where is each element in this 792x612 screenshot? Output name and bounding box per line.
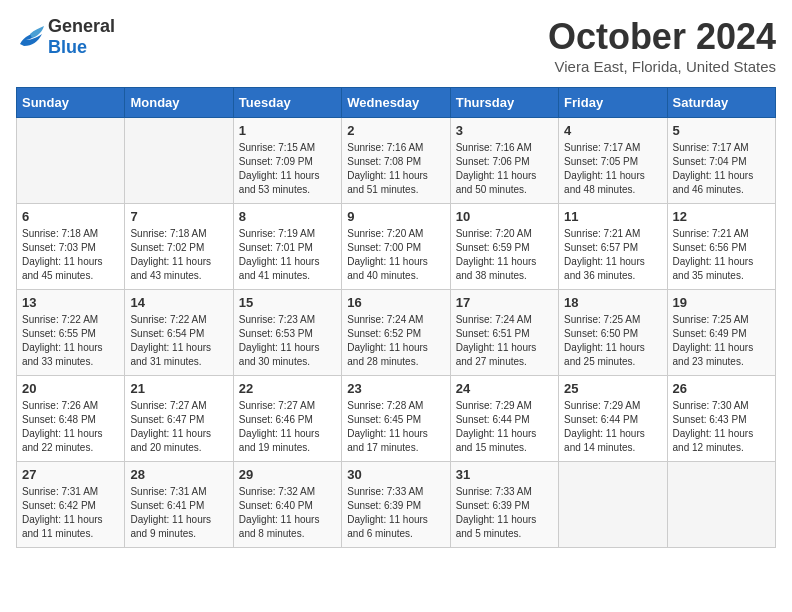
sunrise-text: Sunrise: 7:26 AM (22, 399, 119, 413)
sunrise-text: Sunrise: 7:25 AM (564, 313, 661, 327)
day-number: 2 (347, 123, 444, 138)
calendar-cell: 15Sunrise: 7:23 AMSunset: 6:53 PMDayligh… (233, 290, 341, 376)
sunrise-text: Sunrise: 7:33 AM (347, 485, 444, 499)
daylight-text: Daylight: 11 hours and 36 minutes. (564, 255, 661, 283)
sunset-text: Sunset: 6:46 PM (239, 413, 336, 427)
day-number: 29 (239, 467, 336, 482)
cell-info: Sunrise: 7:18 AMSunset: 7:03 PMDaylight:… (22, 227, 119, 283)
sunrise-text: Sunrise: 7:28 AM (347, 399, 444, 413)
calendar-cell: 1Sunrise: 7:15 AMSunset: 7:09 PMDaylight… (233, 118, 341, 204)
cell-info: Sunrise: 7:33 AMSunset: 6:39 PMDaylight:… (347, 485, 444, 541)
calendar-cell: 10Sunrise: 7:20 AMSunset: 6:59 PMDayligh… (450, 204, 558, 290)
sunrise-text: Sunrise: 7:31 AM (130, 485, 227, 499)
header-thursday: Thursday (450, 88, 558, 118)
sunrise-text: Sunrise: 7:18 AM (22, 227, 119, 241)
sunrise-text: Sunrise: 7:22 AM (130, 313, 227, 327)
day-number: 22 (239, 381, 336, 396)
day-number: 19 (673, 295, 770, 310)
daylight-text: Daylight: 11 hours and 27 minutes. (456, 341, 553, 369)
calendar-cell: 18Sunrise: 7:25 AMSunset: 6:50 PMDayligh… (559, 290, 667, 376)
cell-info: Sunrise: 7:16 AMSunset: 7:06 PMDaylight:… (456, 141, 553, 197)
daylight-text: Daylight: 11 hours and 8 minutes. (239, 513, 336, 541)
sunrise-text: Sunrise: 7:33 AM (456, 485, 553, 499)
daylight-text: Daylight: 11 hours and 48 minutes. (564, 169, 661, 197)
calendar-cell: 3Sunrise: 7:16 AMSunset: 7:06 PMDaylight… (450, 118, 558, 204)
cell-info: Sunrise: 7:20 AMSunset: 6:59 PMDaylight:… (456, 227, 553, 283)
calendar-cell: 7Sunrise: 7:18 AMSunset: 7:02 PMDaylight… (125, 204, 233, 290)
cell-info: Sunrise: 7:25 AMSunset: 6:50 PMDaylight:… (564, 313, 661, 369)
logo: General Blue (16, 16, 115, 58)
calendar-cell: 14Sunrise: 7:22 AMSunset: 6:54 PMDayligh… (125, 290, 233, 376)
sunrise-text: Sunrise: 7:32 AM (239, 485, 336, 499)
sunrise-text: Sunrise: 7:16 AM (347, 141, 444, 155)
sunset-text: Sunset: 6:53 PM (239, 327, 336, 341)
logo-icon (16, 26, 44, 48)
day-number: 27 (22, 467, 119, 482)
header-friday: Friday (559, 88, 667, 118)
cell-info: Sunrise: 7:32 AMSunset: 6:40 PMDaylight:… (239, 485, 336, 541)
daylight-text: Daylight: 11 hours and 53 minutes. (239, 169, 336, 197)
daylight-text: Daylight: 11 hours and 46 minutes. (673, 169, 770, 197)
sunset-text: Sunset: 6:45 PM (347, 413, 444, 427)
calendar-cell (667, 462, 775, 548)
daylight-text: Daylight: 11 hours and 51 minutes. (347, 169, 444, 197)
sunset-text: Sunset: 6:41 PM (130, 499, 227, 513)
cell-info: Sunrise: 7:26 AMSunset: 6:48 PMDaylight:… (22, 399, 119, 455)
calendar-cell: 5Sunrise: 7:17 AMSunset: 7:04 PMDaylight… (667, 118, 775, 204)
sunset-text: Sunset: 6:56 PM (673, 241, 770, 255)
calendar-cell: 28Sunrise: 7:31 AMSunset: 6:41 PMDayligh… (125, 462, 233, 548)
calendar-table: SundayMondayTuesdayWednesdayThursdayFrid… (16, 87, 776, 548)
calendar-cell: 23Sunrise: 7:28 AMSunset: 6:45 PMDayligh… (342, 376, 450, 462)
daylight-text: Daylight: 11 hours and 31 minutes. (130, 341, 227, 369)
day-number: 16 (347, 295, 444, 310)
day-number: 9 (347, 209, 444, 224)
sunset-text: Sunset: 6:39 PM (347, 499, 444, 513)
cell-info: Sunrise: 7:25 AMSunset: 6:49 PMDaylight:… (673, 313, 770, 369)
sunrise-text: Sunrise: 7:20 AM (456, 227, 553, 241)
cell-info: Sunrise: 7:27 AMSunset: 6:46 PMDaylight:… (239, 399, 336, 455)
sunset-text: Sunset: 6:48 PM (22, 413, 119, 427)
sunrise-text: Sunrise: 7:27 AM (239, 399, 336, 413)
calendar-cell: 24Sunrise: 7:29 AMSunset: 6:44 PMDayligh… (450, 376, 558, 462)
sunset-text: Sunset: 7:01 PM (239, 241, 336, 255)
header-wednesday: Wednesday (342, 88, 450, 118)
sunset-text: Sunset: 7:08 PM (347, 155, 444, 169)
calendar-cell: 29Sunrise: 7:32 AMSunset: 6:40 PMDayligh… (233, 462, 341, 548)
daylight-text: Daylight: 11 hours and 30 minutes. (239, 341, 336, 369)
day-number: 24 (456, 381, 553, 396)
cell-info: Sunrise: 7:20 AMSunset: 7:00 PMDaylight:… (347, 227, 444, 283)
daylight-text: Daylight: 11 hours and 25 minutes. (564, 341, 661, 369)
header-tuesday: Tuesday (233, 88, 341, 118)
sunset-text: Sunset: 6:55 PM (22, 327, 119, 341)
calendar-cell: 19Sunrise: 7:25 AMSunset: 6:49 PMDayligh… (667, 290, 775, 376)
day-number: 15 (239, 295, 336, 310)
logo-text: General Blue (48, 16, 115, 58)
calendar-cell: 17Sunrise: 7:24 AMSunset: 6:51 PMDayligh… (450, 290, 558, 376)
calendar-cell: 22Sunrise: 7:27 AMSunset: 6:46 PMDayligh… (233, 376, 341, 462)
sunset-text: Sunset: 6:57 PM (564, 241, 661, 255)
cell-info: Sunrise: 7:19 AMSunset: 7:01 PMDaylight:… (239, 227, 336, 283)
sunset-text: Sunset: 6:40 PM (239, 499, 336, 513)
cell-info: Sunrise: 7:18 AMSunset: 7:02 PMDaylight:… (130, 227, 227, 283)
calendar-cell: 11Sunrise: 7:21 AMSunset: 6:57 PMDayligh… (559, 204, 667, 290)
sunrise-text: Sunrise: 7:17 AM (564, 141, 661, 155)
day-number: 28 (130, 467, 227, 482)
day-number: 1 (239, 123, 336, 138)
logo-blue: Blue (48, 37, 87, 57)
daylight-text: Daylight: 11 hours and 40 minutes. (347, 255, 444, 283)
sunset-text: Sunset: 7:06 PM (456, 155, 553, 169)
sunset-text: Sunset: 6:52 PM (347, 327, 444, 341)
title-section: October 2024 Viera East, Florida, United… (548, 16, 776, 75)
cell-info: Sunrise: 7:30 AMSunset: 6:43 PMDaylight:… (673, 399, 770, 455)
daylight-text: Daylight: 11 hours and 33 minutes. (22, 341, 119, 369)
sunset-text: Sunset: 6:51 PM (456, 327, 553, 341)
day-number: 7 (130, 209, 227, 224)
calendar-cell: 21Sunrise: 7:27 AMSunset: 6:47 PMDayligh… (125, 376, 233, 462)
day-number: 20 (22, 381, 119, 396)
day-number: 21 (130, 381, 227, 396)
cell-info: Sunrise: 7:23 AMSunset: 6:53 PMDaylight:… (239, 313, 336, 369)
sunset-text: Sunset: 6:44 PM (564, 413, 661, 427)
daylight-text: Daylight: 11 hours and 28 minutes. (347, 341, 444, 369)
sunrise-text: Sunrise: 7:21 AM (673, 227, 770, 241)
day-number: 4 (564, 123, 661, 138)
